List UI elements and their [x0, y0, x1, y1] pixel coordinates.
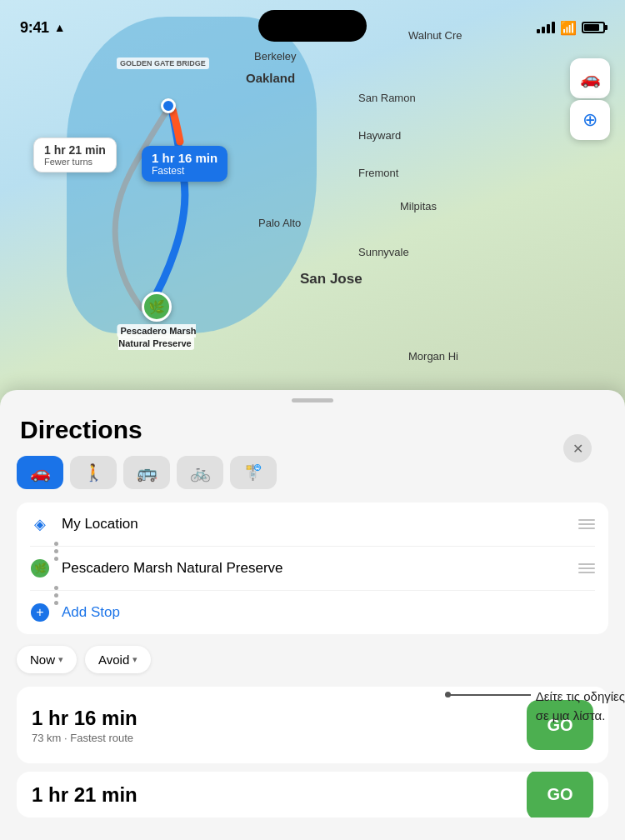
san-ramon-label: San Ramon: [358, 92, 416, 104]
fastest-route-callout[interactable]: 1 hr 16 min Fastest: [142, 146, 228, 182]
oakland-label: Oakland: [246, 71, 295, 85]
golden-gate-label: GOLDEN GATE BRIDGE: [117, 58, 209, 68]
go-button-1[interactable]: GO: [527, 700, 593, 750]
status-time: 9:41: [20, 19, 49, 37]
transport-tabs: 🚗 🚶 🚌 🚲 🚏: [17, 456, 608, 489]
destination-pin-label: Pescadero MarshNatural Preserve: [117, 325, 196, 351]
san-jose-label: San Jose: [300, 271, 362, 288]
filter-pills: Now ▾ Avoid ▾: [17, 646, 608, 673]
filter-avoid[interactable]: Avoid ▾: [85, 646, 151, 673]
route-2-info: 1 hr 21 min: [32, 783, 138, 807]
battery-icon: [582, 22, 605, 33]
close-button[interactable]: ✕: [563, 434, 592, 462]
route-option-1: 1 hr 16 min 73 km · Fastest route GO: [17, 687, 608, 763]
tab-cycle[interactable]: 🚲: [177, 456, 223, 489]
chevron-down-icon: ▾: [132, 654, 138, 665]
tab-drive[interactable]: 🚗: [17, 456, 63, 489]
fastest-time: 1 hr 16 min: [152, 151, 218, 165]
chevron-down-icon: ▾: [58, 654, 63, 665]
route-1-time: 1 hr 16 min: [32, 707, 138, 730]
fastest-label: Fastest: [152, 165, 218, 177]
current-location-dot: [161, 98, 176, 113]
signal-icon: [537, 22, 555, 33]
route-1-info: 1 hr 16 min 73 km · Fastest route: [32, 707, 138, 744]
sheet-drag-handle[interactable]: [292, 398, 333, 402]
destination-drag-handle[interactable]: [578, 563, 595, 573]
route-svg: [0, 0, 625, 408]
origin-icon: ◈: [30, 514, 50, 534]
location-button[interactable]: ⊕: [570, 100, 610, 140]
status-icons: 📶: [537, 20, 605, 36]
map-controls: 🚗 ⊕: [570, 58, 610, 140]
drive-mode-button[interactable]: 🚗: [570, 58, 610, 98]
map-area[interactable]: GOLDEN GATE BRIDGE Richmond Berkeley Wal…: [0, 0, 625, 408]
destination-icon: 🌿: [30, 558, 50, 578]
location-arrow-icon: ▲: [54, 21, 66, 34]
add-stop-icon: +: [30, 602, 50, 622]
directions-sheet: Directions ✕ 🚗 🚶 🚌 🚲 🚏 ◈ My Location: [0, 390, 625, 840]
alt-time: 1 hr 21 min: [44, 143, 106, 157]
sunnyvale-label: Sunnyvale: [358, 246, 409, 258]
destination-pin: 🌿 Pescadero MarshNatural Preserve: [142, 292, 172, 322]
waypoint-origin: ◈ My Location: [30, 502, 595, 547]
fremont-label: Fremont: [358, 167, 398, 179]
alt-route-callout[interactable]: 1 hr 21 min Fewer turns: [33, 138, 117, 172]
tab-other[interactable]: 🚏: [230, 456, 277, 489]
route-2-time: 1 hr 21 min: [32, 783, 138, 807]
morgan-hill-label: Morgan Hi: [408, 350, 458, 362]
sheet-title: Directions: [17, 416, 608, 456]
waypoint-destination: 🌿 Pescadero Marsh Natural Preserve: [30, 547, 595, 591]
wifi-icon: 📶: [560, 20, 577, 36]
route-option-2: 1 hr 21 min GO: [17, 772, 608, 818]
palo-alto-label: Palo Alto: [258, 217, 301, 229]
tab-transit[interactable]: 🚌: [123, 456, 170, 489]
berkeley-label: Berkeley: [254, 50, 297, 62]
destination-pin-circle: 🌿: [142, 292, 172, 322]
filter-now[interactable]: Now ▾: [17, 646, 77, 673]
origin-drag-handle[interactable]: [578, 519, 595, 529]
destination-label[interactable]: Pescadero Marsh Natural Preserve: [62, 560, 567, 577]
alt-label: Fewer turns: [44, 157, 106, 167]
route-1-sub: 73 km · Fastest route: [32, 732, 138, 744]
waypoint-add-stop[interactable]: + Add Stop: [30, 591, 595, 634]
origin-label[interactable]: My Location: [62, 516, 567, 532]
hayward-label: Hayward: [358, 129, 401, 142]
waypoints-section: ◈ My Location 🌿 Pescadero Marsh Natural …: [17, 502, 608, 634]
milpitas-label: Milpitas: [400, 200, 437, 212]
tab-walk[interactable]: 🚶: [70, 456, 117, 489]
dynamic-island: [258, 10, 367, 42]
add-stop-label[interactable]: Add Stop: [62, 604, 595, 621]
go-button-2[interactable]: GO: [527, 772, 593, 818]
